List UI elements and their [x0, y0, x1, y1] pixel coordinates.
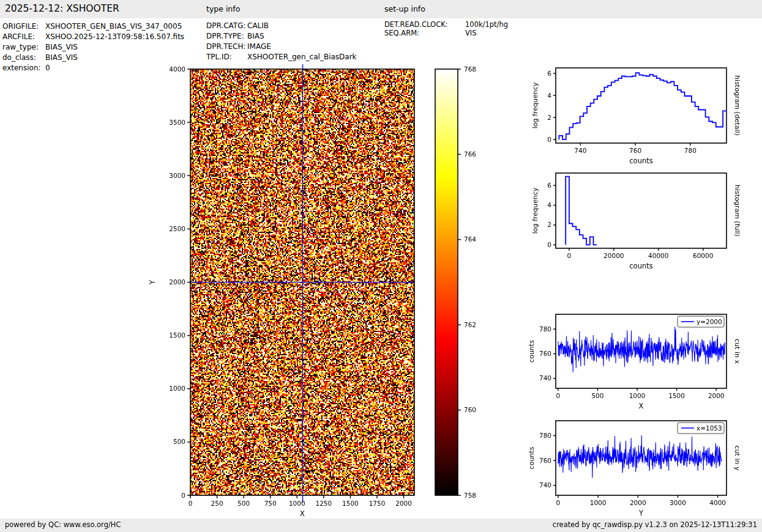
y-tick-label: 740 [539, 374, 551, 382]
y-axis-label: counts [528, 340, 536, 363]
x-tick-label: 2000 [708, 392, 725, 399]
y-tick-label: 0 [547, 241, 551, 248]
x-axis-label: Y [638, 509, 644, 517]
y-tick-label: 760 [539, 350, 551, 357]
legend-label: y=2000 [697, 318, 722, 325]
y-tick-label: 2500 [169, 225, 185, 232]
histogram-line [559, 73, 726, 139]
right-axis-title: histogram (full) [733, 185, 741, 237]
right-axis-title: cut in x [733, 339, 741, 364]
x-tick-label: 0 [189, 500, 193, 507]
x-tick-label: 0 [556, 392, 561, 399]
noise-trace [558, 435, 722, 478]
x-tick-label: 750 [264, 500, 277, 507]
x-axis-label: X [639, 402, 644, 410]
y-axis-label: Y [148, 279, 157, 285]
y-axis-label: log frequency [531, 187, 539, 234]
footer-left-text: powered by QC: www.eso.org/HC [5, 520, 121, 529]
x-tick-label: 250 [211, 500, 223, 507]
x-axis-label: counts [629, 262, 652, 270]
x-tick-label: 500 [591, 392, 603, 399]
right-axis-title: histogram (detail) [733, 75, 741, 136]
plots-overlay: 0250500750100012501500175020000500100015… [0, 0, 762, 532]
y-tick-label: 3000 [169, 172, 185, 179]
plot-frame [556, 68, 727, 143]
x-tick-label: 40000 [648, 252, 668, 259]
x-tick-label: 1500 [342, 500, 359, 507]
colorbar-tick-label: 758 [464, 492, 476, 499]
y-tick-label: 2 [547, 221, 551, 228]
x-tick-label: 0 [567, 252, 572, 259]
y-tick-label: 0 [181, 492, 185, 499]
y-tick-label: 2000 [169, 278, 185, 286]
y-tick-label: 6 [547, 182, 551, 189]
y-tick-label: 2 [547, 114, 551, 121]
y-tick-label: 740 [539, 481, 551, 489]
x-tick-label: 1250 [315, 500, 332, 507]
x-tick-label: 0 [556, 499, 561, 506]
legend-label: x=1053 [697, 424, 722, 432]
y-tick-label: 0 [547, 136, 551, 143]
y-axis-label: counts [528, 446, 536, 469]
x-tick-label: 20000 [603, 252, 624, 259]
x-tick-label: 1000 [590, 499, 607, 506]
x-tick-label: 4000 [709, 499, 726, 506]
y-tick-label: 1000 [169, 385, 185, 392]
x-tick-label: 1000 [629, 392, 646, 399]
y-tick-label: 6 [547, 70, 551, 77]
plot-frame [556, 173, 727, 248]
colorbar-tick-label: 760 [464, 406, 476, 413]
y-tick-label: 780 [539, 325, 551, 333]
y-tick-label: 4000 [169, 65, 185, 73]
noise-trace [558, 327, 725, 372]
x-tick-label: 500 [237, 500, 250, 507]
x-tick-label: 780 [684, 147, 697, 154]
y-tick-label: 4 [547, 201, 551, 209]
x-tick-label: 2000 [395, 500, 412, 507]
y-tick-label: 3500 [169, 119, 185, 126]
footer-right-text: created by qc_rawdisp.py v1.2.3 on 2025-… [553, 520, 757, 529]
x-tick-label: 1750 [369, 500, 386, 507]
x-axis-label: counts [629, 157, 652, 165]
x-tick-label: 3000 [670, 499, 686, 506]
colorbar-tick-label: 766 [464, 150, 476, 158]
y-tick-label: 4 [547, 92, 551, 99]
histogram-line [566, 177, 597, 245]
x-tick-label: 740 [574, 147, 586, 154]
x-tick-label: 760 [629, 147, 641, 154]
right-axis-title: cut in y [733, 446, 741, 471]
x-tick-label: 60000 [693, 252, 713, 259]
x-tick-label: 2000 [630, 499, 646, 506]
x-axis-label: X [300, 509, 305, 518]
colorbar-tick-label: 764 [464, 235, 476, 243]
y-tick-label: 760 [539, 457, 551, 464]
colorbar-tick-label: 762 [464, 321, 476, 328]
y-tick-label: 500 [173, 438, 185, 445]
y-axis-label: log frequency [531, 82, 539, 128]
y-tick-label: 1500 [169, 331, 185, 339]
colorbar-tick-label: 768 [464, 65, 476, 73]
x-tick-label: 1500 [668, 392, 685, 399]
colorbar-frame [435, 69, 458, 495]
y-tick-label: 780 [539, 432, 551, 439]
